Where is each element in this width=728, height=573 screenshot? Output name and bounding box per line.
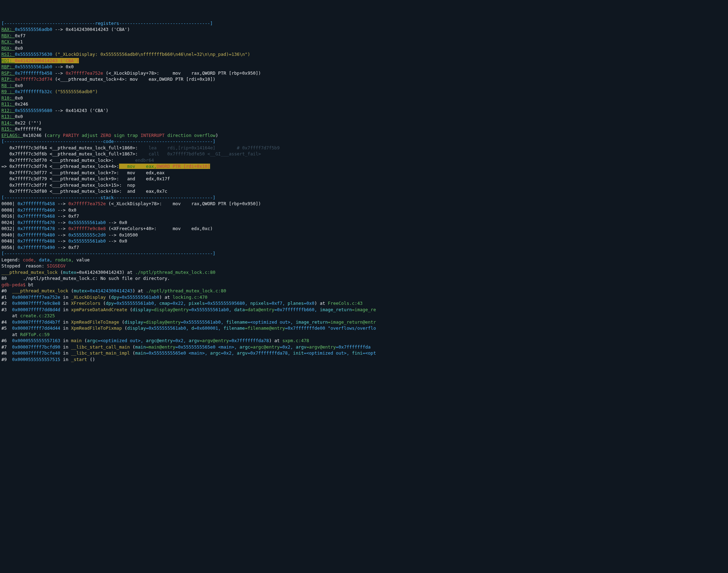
arg-key: display xyxy=(133,307,151,312)
reg-rest: (<___pthread_mutex_lock+4>: mov eax,DWOR… xyxy=(52,76,215,82)
frame-fn: ___pthread_mutex_lock xyxy=(12,288,71,293)
frame-fn: XpmReadFileToPixmap xyxy=(71,325,125,331)
arg-val: =0x555555561ab0, xyxy=(114,301,159,306)
arg-entry: =data@entry xyxy=(245,307,274,312)
code-addr: 0x7ffff7c3df6b <__pthread_mutex_lock_ful… xyxy=(1,151,138,156)
legend-label: Legend: xyxy=(1,257,23,262)
legend-data: data, xyxy=(39,257,55,262)
arg-val: =0x5555555565e0 <main>, xyxy=(146,350,210,356)
frame-addr: 0x00007ffff7ea752e xyxy=(12,295,60,300)
frame-fn: _start xyxy=(71,357,90,362)
arg-val: =<optimized out>, xyxy=(98,338,146,343)
section-header-registers: [----------------------------------regis… xyxy=(1,20,727,27)
arrow-icon: --> xyxy=(52,108,66,113)
reg-name-rdi: RDI: xyxy=(1,58,15,63)
arg-key: mutex xyxy=(63,270,76,275)
eflags-line: EFLAGS: 0x10246 (carry PARITY adjust ZER… xyxy=(1,132,727,139)
register-line: RAX: 0x55555556adb0 --> 0x41424300414243… xyxy=(1,26,727,33)
arrow-icon: --> xyxy=(52,64,66,69)
arg-key: main xyxy=(135,344,146,350)
arrow-icon: --> xyxy=(52,70,66,76)
frame-num: #1 xyxy=(1,295,12,300)
frame-num: #0 xyxy=(1,288,12,293)
section-dash-right: -------------------------------------] xyxy=(114,139,215,144)
arg-key: argc xyxy=(87,338,98,343)
gdb-command[interactable]: bt xyxy=(28,282,33,287)
arg-val: =0x7fffffffda78, xyxy=(247,350,293,356)
legend-value: value xyxy=(76,257,90,262)
stack-rest: 0x0 xyxy=(119,238,127,244)
stack-line: 0048| 0x7fffffffb488 --> 0x555555561ab0 … xyxy=(1,238,727,244)
reg-name: R14: xyxy=(1,120,15,126)
arg-key: image_return xyxy=(320,307,352,312)
register-line-rdi: RDI: 0x41424300414243 ('CBA') xyxy=(1,58,727,64)
code-line: 0x7ffff7c3df7f <___pthread_mutex_lock+15… xyxy=(1,182,727,189)
code-instr: lea rdi,[rip+0x14164e] # 0x7ffff7d7f5b9 xyxy=(138,145,280,150)
frame-fn: main xyxy=(71,338,85,343)
reg-value: 0xf7 xyxy=(15,33,26,38)
register-line: R11: 0x246 xyxy=(1,101,727,107)
frame-addr: 0x00007ffff7dd8d4d xyxy=(12,307,60,312)
arg-val: =0x5555555565e0 <main>, xyxy=(175,344,240,350)
code-addr: 0x7ffff7c3df79 <___pthread_mutex_lock+9>… xyxy=(1,176,119,181)
register-line: RBX: 0xf7 xyxy=(1,33,727,39)
reg-value: 0x555555561ab0 xyxy=(15,64,52,69)
arg-val: =0x0 xyxy=(304,301,314,306)
arg-entry: =filename@entry xyxy=(245,325,285,331)
reg-value: 0x0 xyxy=(15,83,23,88)
legend-line: Legend: code, data, rodata, value xyxy=(1,257,727,263)
code-instr: and eax,0x7c xyxy=(122,189,167,194)
gdb-prompt[interactable]: gdb-peda$ xyxy=(1,282,28,287)
stack-rest: 0xf7 xyxy=(68,245,79,250)
frame-addr: 0x00007ffff7dd4b7f xyxy=(12,319,60,325)
arg-val: =<optimized out>, xyxy=(304,350,352,356)
reg-rest: ("55555556adb0") xyxy=(52,89,98,94)
backtrace-frame: #6 0x0000555555557163 in main (argc=<opt… xyxy=(1,338,727,344)
code-operand-current: DWORD PTR [rdi+0x10] xyxy=(157,164,210,169)
arg-key: display xyxy=(124,319,143,325)
no-file-err: 80 ./nptl/pthread_mutex_lock.c: No such … xyxy=(1,276,170,281)
stack-offset: 0016| xyxy=(1,213,17,219)
reg-name: RSP: xyxy=(1,70,15,76)
arrow-icon: --> xyxy=(52,27,66,32)
section-dash-left: [---------------------------------- xyxy=(1,21,95,26)
code-instr-current: mov eax, xyxy=(119,164,156,169)
frame-path: locking.c:470 xyxy=(173,295,208,300)
frame-fn: __libc_start_main_impl xyxy=(71,350,133,356)
crash-fn: ___pthread_mutex_lock xyxy=(1,270,60,275)
reg-value: 0x55555556adb0 xyxy=(15,27,52,32)
code-line: 0x7ffff7c3df70 <___pthread_mutex_lock>: … xyxy=(1,157,727,164)
section-footer-dash: [---------------------------------------… xyxy=(1,251,215,256)
reg-value: 0x7fffffffb32c xyxy=(15,89,52,94)
arg-val: =0x41424300414243 xyxy=(87,288,133,293)
code-line: 0x7ffff7c3df64 <__pthread_mutex_lock_ful… xyxy=(1,145,727,151)
register-line: R15: 0xfffffffe xyxy=(1,126,727,132)
arrow-icon: --> xyxy=(106,232,119,238)
register-line: R12: 0x555555595680 --> 0x414243 ('CBA') xyxy=(1,107,727,114)
stack-addr: 0x7fffffffb478 xyxy=(17,226,55,231)
arrow-icon: --> xyxy=(55,201,69,206)
stack-rest: 0xf7 xyxy=(68,213,79,219)
backtrace-frame: #1 0x00007ffff7ea752e in _XLockDisplay (… xyxy=(1,294,727,301)
reg-value: 0x0 xyxy=(15,95,23,101)
reg-name: R9 : xyxy=(1,89,15,94)
reg-name: RSI: xyxy=(1,52,15,57)
code-addr: 0x7ffff7c3df70 <___pthread_mutex_lock>: xyxy=(1,158,114,163)
stack-offset: 0032| xyxy=(1,226,17,231)
backtrace-at: at create.c:2325 xyxy=(1,313,727,319)
register-line: RIP: 0x7ffff7c3df74 (<___pthread_mutex_l… xyxy=(1,76,727,83)
section-dash-right: -------------------------------------] xyxy=(114,195,215,200)
stack-rest: 0x10500 xyxy=(119,232,138,238)
stack-offset: 0048| xyxy=(1,238,17,244)
arg-entry: =display@entry xyxy=(151,307,188,312)
section-footer: [---------------------------------------… xyxy=(1,250,727,257)
backtrace-frame: #0 ___pthread_mutex_lock (mutex=0x414243… xyxy=(1,288,727,294)
arg-key: argv xyxy=(237,350,247,356)
reg-name: RBX: xyxy=(1,33,15,38)
crash-path: ./nptl/pthread_mutex_lock.c:80 xyxy=(135,270,215,275)
arg-val: =0x7fffffffda xyxy=(336,344,371,350)
stopped-reason: SIGSEGV xyxy=(47,263,66,269)
arrow-icon: --> xyxy=(55,213,69,219)
arg-key: main xyxy=(135,350,146,356)
stack-line: 0056| 0x7fffffffb490 --> 0xf7 xyxy=(1,244,727,251)
